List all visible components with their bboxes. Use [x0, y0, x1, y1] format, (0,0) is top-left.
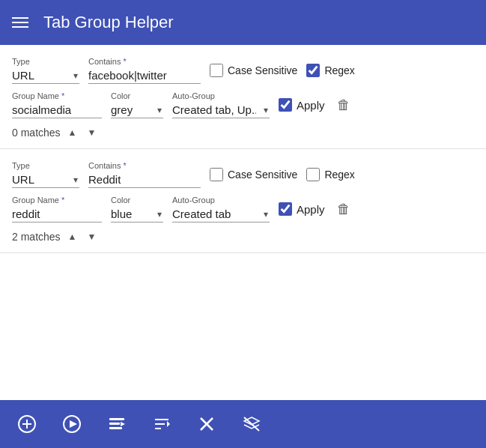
apply-label: Apply	[297, 99, 325, 112]
regex-checkbox[interactable]	[306, 168, 320, 181]
matches-expand-button[interactable]: ▲	[65, 126, 80, 139]
color-field-group: Color grey blue red	[111, 196, 163, 223]
delete-button[interactable]: 🗑	[334, 199, 353, 220]
type-select-wrapper: URL Title Domain	[12, 172, 79, 188]
sort-button[interactable]	[150, 412, 174, 436]
contains-field-group: Contains *	[88, 161, 201, 188]
case-sensitive-checkbox[interactable]	[210, 168, 223, 181]
case-sensitive-group[interactable]: Case Sensitive	[210, 168, 297, 181]
matches-collapse-button[interactable]: ▼	[85, 230, 100, 243]
type-select-wrapper: URL Title Domain	[12, 67, 79, 84]
type-select[interactable]: URL Title Domain	[12, 172, 79, 188]
apply-label: Apply	[297, 203, 325, 216]
group-name-input[interactable]	[12, 102, 102, 118]
type-field-group: Type URL Title Domain	[12, 57, 79, 84]
color-field-group: Color grey blue red	[111, 91, 163, 118]
group-name-input[interactable]	[12, 206, 102, 223]
matches-expand-button[interactable]: ▲	[65, 230, 80, 243]
color-select[interactable]: grey blue red	[111, 206, 163, 223]
matches-row: 2 matches ▲ ▼	[12, 230, 474, 243]
app-title: Tab Group Helper	[43, 13, 174, 32]
group-name-label: Group Name *	[12, 196, 102, 205]
auto-group-label: Auto-Group	[172, 91, 270, 100]
contains-label: Contains *	[88, 57, 201, 66]
type-field-group: Type URL Title Domain	[12, 161, 79, 188]
case-sensitive-label: Case Sensitive	[228, 64, 297, 76]
collapse-icon	[197, 414, 216, 434]
color-label: Color	[111, 91, 163, 100]
rule-row-1: Type URL Title Domain Contains * Case Se…	[12, 57, 474, 84]
disable-icon	[242, 414, 261, 434]
rule-card: Type URL Title Domain Contains * Case Se…	[0, 149, 486, 253]
matches-count: 2 matches	[12, 231, 61, 243]
color-select-wrapper: grey blue red	[111, 206, 163, 223]
color-select-wrapper: grey blue red	[111, 102, 163, 118]
header: Tab Group Helper	[0, 0, 486, 45]
svg-rect-7	[109, 427, 122, 429]
rule-row-1: Type URL Title Domain Contains * Case Se…	[12, 161, 474, 188]
rule-card: Type URL Title Domain Contains * Case Se…	[0, 45, 486, 149]
manage-button[interactable]	[105, 412, 129, 436]
auto-group-label: Auto-Group	[172, 196, 270, 205]
run-button[interactable]	[60, 412, 84, 436]
group-name-field-group: Group Name *	[12, 196, 102, 223]
group-name-label: Group Name *	[12, 91, 102, 100]
case-sensitive-checkbox[interactable]	[210, 64, 223, 77]
apply-group[interactable]: Apply	[279, 98, 325, 112]
case-sensitive-label: Case Sensitive	[228, 169, 297, 181]
svg-marker-8	[121, 422, 125, 426]
regex-checkbox[interactable]	[306, 64, 320, 77]
auto-group-select-wrapper: Created tab, Up... Created tab Updated t…	[172, 102, 270, 118]
svg-rect-6	[109, 423, 120, 425]
apply-checkbox[interactable]	[279, 202, 292, 216]
regex-group[interactable]: Regex	[306, 64, 354, 77]
type-label: Type	[12, 57, 79, 66]
collapse-all-button[interactable]	[195, 412, 219, 436]
auto-group-field-group: Auto-Group Created tab, Up... Created ta…	[172, 196, 270, 223]
contains-label: Contains *	[88, 161, 201, 170]
play-icon	[62, 414, 82, 434]
regex-label: Regex	[324, 169, 354, 181]
sort-icon	[152, 414, 171, 434]
svg-marker-12	[167, 421, 170, 427]
case-sensitive-group[interactable]: Case Sensitive	[210, 64, 297, 77]
color-label: Color	[111, 196, 163, 205]
add-icon	[17, 414, 37, 434]
contains-input[interactable]	[88, 67, 201, 84]
disable-all-button[interactable]	[240, 412, 264, 436]
rule-row-2: Group Name * Color grey blue red Auto-Gr…	[12, 91, 474, 118]
add-rule-button[interactable]	[15, 412, 39, 436]
delete-button[interactable]: 🗑	[334, 94, 353, 116]
matches-count: 0 matches	[12, 127, 61, 139]
rule-row-2: Group Name * Color grey blue red Auto-Gr…	[12, 196, 474, 223]
auto-group-select-wrapper: Created tab, Up... Created tab Updated t…	[172, 206, 270, 223]
hamburger-menu[interactable]	[12, 17, 28, 28]
group-name-field-group: Group Name *	[12, 91, 102, 118]
matches-row: 0 matches ▲ ▼	[12, 126, 474, 139]
type-label: Type	[12, 161, 79, 170]
auto-group-field-group: Auto-Group Created tab, Up... Created ta…	[172, 91, 270, 118]
svg-rect-5	[109, 418, 124, 420]
main-content: Type URL Title Domain Contains * Case Se…	[0, 45, 486, 400]
type-select[interactable]: URL Title Domain	[12, 67, 79, 84]
auto-group-select[interactable]: Created tab, Up... Created tab Updated t…	[172, 102, 270, 118]
contains-field-group: Contains *	[88, 57, 201, 84]
contains-input[interactable]	[88, 172, 201, 188]
color-select[interactable]: grey blue red	[111, 102, 163, 118]
auto-group-select[interactable]: Created tab, Up... Created tab Updated t…	[172, 206, 270, 223]
apply-group[interactable]: Apply	[279, 202, 325, 216]
regex-group[interactable]: Regex	[306, 168, 354, 181]
regex-label: Regex	[324, 64, 354, 76]
matches-collapse-button[interactable]: ▼	[85, 126, 100, 139]
manage-icon	[107, 414, 127, 434]
svg-marker-4	[70, 420, 77, 428]
apply-checkbox[interactable]	[279, 98, 292, 112]
footer	[0, 400, 486, 448]
